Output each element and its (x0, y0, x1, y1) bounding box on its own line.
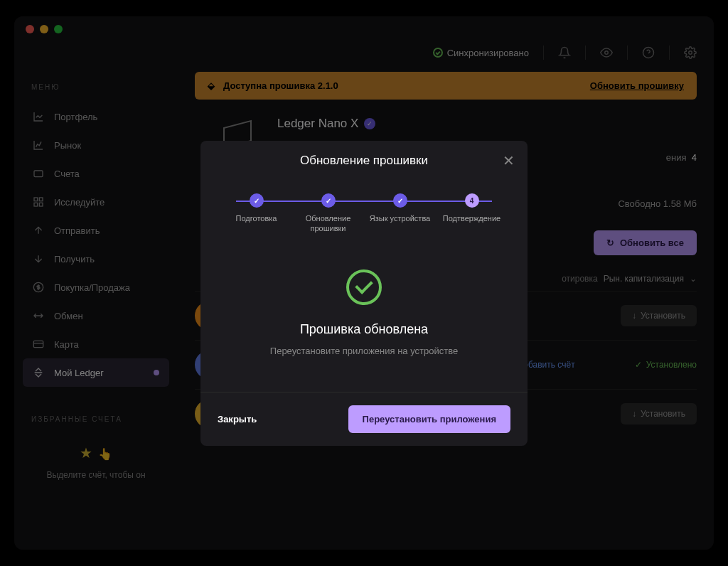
success-title: Прошивка обновлена (222, 322, 506, 337)
step-label: Подготовка (236, 213, 277, 223)
modal-footer: Закрыть Переустановить приложения (200, 392, 528, 446)
firmware-update-modal: Обновление прошивки ✕ ✓Подготовка✓Обновл… (200, 141, 528, 446)
step-dot-icon: 4 (465, 193, 479, 208)
step: 4Подтверждение (436, 193, 508, 234)
modal-overlay: Обновление прошивки ✕ ✓Подготовка✓Обновл… (14, 16, 714, 550)
app-window: Синхронизировано МЕНЮ ПортфельРынокСчета… (14, 16, 714, 550)
step: ✓Обновление прошивки (292, 193, 364, 234)
progress-steps: ✓Подготовка✓Обновление прошивки✓Язык уст… (200, 181, 528, 241)
modal-body: Прошивка обновлена Переустановите прилож… (200, 241, 528, 392)
step-check-icon: ✓ (393, 193, 407, 208)
step-check-icon: ✓ (321, 193, 336, 208)
step-label: Обновление прошивки (292, 213, 364, 234)
modal-title: Обновление прошивки (300, 154, 428, 168)
success-subtitle: Переустановите приложения на устройстве (222, 346, 506, 356)
step-check-icon: ✓ (250, 193, 264, 208)
step: ✓Подготовка (220, 193, 292, 234)
step: ✓Язык устройства (364, 193, 436, 234)
modal-header: Обновление прошивки ✕ (200, 141, 528, 181)
success-check-icon (346, 269, 382, 305)
step-label: Язык устройства (370, 213, 430, 223)
step-label: Подтверждение (443, 213, 500, 223)
reinstall-apps-button[interactable]: Переустановить приложения (348, 405, 510, 433)
close-icon[interactable]: ✕ (503, 152, 515, 169)
close-button[interactable]: Закрыть (218, 414, 257, 424)
